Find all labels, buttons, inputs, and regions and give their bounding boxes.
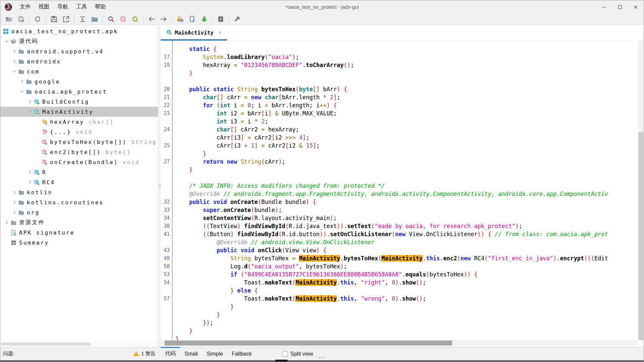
tree-item[interactable]: oacia.apk_protect [0,87,158,97]
export-icon[interactable] [60,14,72,24]
menu-item[interactable]: 工具 [72,1,91,12]
code-line: 43 public void onClick(View view) { [161,246,638,254]
jadx-gui-window: 文件视图导航工具帮助 *oacia_test_no_protect - jadx… [0,0,644,362]
minimize-button[interactable] [596,0,612,13]
chevron-right-icon[interactable] [11,59,18,63]
tree-item[interactable]: APK signature [0,227,158,238]
vertical-scrollbar-thumb[interactable] [638,132,643,340]
line-number [161,134,172,142]
tree-item[interactable]: Summary [0,238,158,248]
chevron-down-icon[interactable] [3,39,10,43]
menu-bar: 文件视图导航工具帮助 [16,1,110,12]
warning-count: 1 警告 [141,351,156,357]
tree-item[interactable]: cRC4 [0,177,158,187]
tree-item[interactable]: menc2(byte[])byte[] [0,147,158,157]
editor-tab-bar: c MainActivity × [161,25,644,41]
tree-item[interactable]: cBuildConfig [0,97,158,107]
chevron-right-icon[interactable] [3,220,10,224]
refresh-icon[interactable] [32,14,44,24]
code-text: } [172,166,193,174]
chevron-right-icon[interactable] [18,80,26,84]
debugger-icon[interactable] [198,14,210,24]
tree-item[interactable]: org [0,207,158,217]
forward-icon[interactable] [158,14,170,24]
tree-item[interactable]: com [0,66,158,76]
menu-item[interactable]: 视图 [35,1,53,12]
code-text: int i2 = bArr[i] & UByte.MAX_VALUE; [172,109,337,117]
sync-packages-icon[interactable] [89,14,101,24]
tree-item-type: void [76,129,93,135]
chevron-right-icon[interactable] [11,190,18,194]
warning-indicator[interactable]: 1 警告 [133,347,156,360]
line-number: 24 [161,125,172,134]
tree-item[interactable]: kotlin [0,187,158,197]
chevron-down-icon[interactable] [11,69,18,73]
line-number: 41 [161,230,172,238]
tree-scrollbar-thumb[interactable] [1,343,91,346]
open-files-icon[interactable] [3,14,15,24]
preferences-icon[interactable] [231,14,243,24]
tree-item[interactable]: fhexArraychar[] [0,117,158,127]
menu-item[interactable]: 文件 [16,1,35,12]
class-search-icon[interactable] [117,14,129,24]
split-view-checkbox[interactable] [282,351,288,357]
chevron-right-icon[interactable] [26,100,34,104]
add-files-icon[interactable] [15,14,27,24]
tree-item[interactable]: google [0,76,158,87]
chevron-right-icon[interactable] [11,210,18,214]
save-all-icon[interactable] [48,14,60,24]
code-text: for (int i = 0; i < bArr.length; i++) { [172,101,337,109]
tree-horizontal-scrollbar[interactable] [0,342,158,346]
menu-item[interactable]: 帮助 [91,1,110,12]
line-number: 43 [161,246,172,254]
code-text: public void onClick(View view) { [172,246,326,254]
view-tab-simple[interactable]: Simple [202,347,227,360]
tree-item[interactable]: m★{...}void [0,127,158,137]
horizontal-scrollbar-thumb[interactable] [165,341,452,346]
tree-item[interactable]: oacia_test_no_protect.apk [0,26,158,36]
line-number [161,174,172,182]
tab-close-icon[interactable]: × [218,30,222,36]
view-tab-fallback[interactable]: Fallback [227,347,256,360]
chevron-down-icon[interactable] [26,110,34,114]
split-view-toggle[interactable]: Split view [282,347,313,360]
panel-splitter[interactable] [158,25,161,347]
code-line: 49 String bytesToHex = MainActivity.byte… [161,254,638,262]
code-view[interactable]: static {17 System.loadLibrary("oacia");1… [161,41,638,340]
log-viewer-icon[interactable] [215,14,227,24]
view-tab-代码[interactable]: 代码 [161,347,180,360]
tree-item-label: enc2(byte[]) [50,149,101,155]
flatten-packages-icon[interactable] [76,14,89,24]
tab-mainactivity[interactable]: c MainActivity × [161,25,227,40]
close-button[interactable] [628,0,643,13]
tree-item[interactable]: monCreate(Bundle)void [0,157,158,167]
code-line: } [161,311,638,319]
tree-item[interactable]: mbytesToHex(byte[])String [0,137,158,147]
line-number: 34 [161,214,172,222]
tree-item[interactable]: android.support.v4 [0,46,158,56]
menu-item[interactable]: 导航 [53,1,72,12]
text-search-icon[interactable] [105,14,117,24]
chevron-right-icon[interactable] [26,170,34,174]
toolbar-separator [29,15,30,23]
chevron-down-icon[interactable] [18,90,26,94]
chevron-right-icon[interactable] [11,200,18,204]
tree-item[interactable]: kotlinx.coroutines [0,197,158,207]
chevron-right-icon[interactable] [11,49,18,53]
tree-item[interactable]: androidx [0,56,158,66]
maximize-button[interactable] [612,0,628,13]
tree-item[interactable]: cR [0,167,158,177]
back-icon[interactable] [146,14,158,24]
deobfuscation-icon[interactable] [174,14,186,24]
view-tab-smali[interactable]: Smali [180,347,202,360]
main-area: oacia_test_no_protect.apk源代码android.supp… [0,25,644,347]
tree-item-label: 源代码 [19,38,38,45]
device-icon[interactable] [186,14,198,24]
tree-item[interactable]: cMainActivity [0,107,158,117]
comment-search-icon[interactable] [129,14,141,24]
chevron-right-icon[interactable] [26,180,34,184]
tree-item[interactable]: 资源文件 [0,217,158,227]
tree-item[interactable]: 源代码 [0,36,158,46]
editor-horizontal-scrollbar[interactable] [161,340,638,346]
editor-vertical-scrollbar[interactable] [638,41,644,340]
